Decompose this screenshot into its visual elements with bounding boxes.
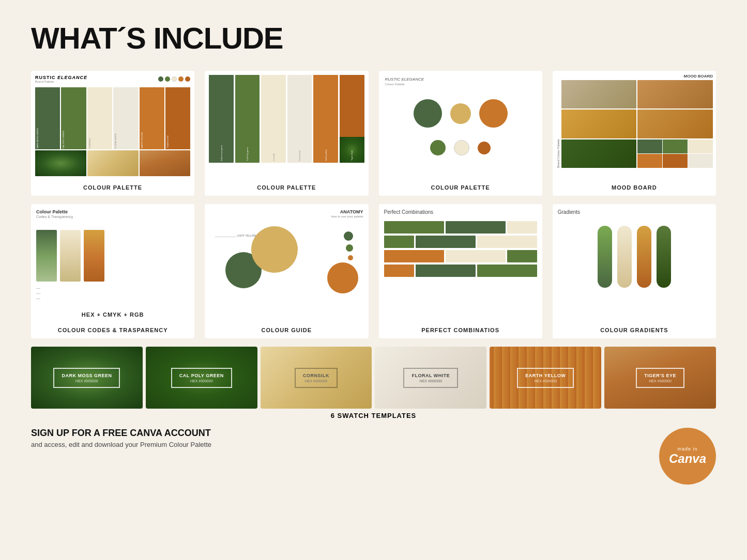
pc-title: Perfect Combinations [384, 209, 537, 215]
circle-mid-green [430, 140, 446, 155]
swatch-template-tigers: TIGER'S EYE HEX #000000 [604, 347, 716, 409]
grad-bar-creams [60, 230, 81, 282]
footer-cta-sub: and access, edit and download your Premi… [31, 441, 211, 448]
cc-hex-label: HEX + CMYK + RGB [31, 309, 194, 323]
card6-label: COLOUR GUIDE [205, 323, 368, 338]
pal2-dark-moss: Dark moss green [209, 75, 234, 163]
page-title: WHAT´S INCLUDE [31, 21, 716, 55]
dot3 [172, 76, 177, 82]
swatch-earth: EARTH YELLOW [140, 87, 164, 149]
pal2-tigers: Tiger's Eye [340, 75, 364, 163]
card4-label: MOOD BOARD [553, 180, 716, 196]
swatch-template-floral: FLORAL WHITE HEX #000000 [375, 347, 486, 409]
card-perfect-comb: Perfect Combinations [379, 204, 542, 338]
grad-pill2 [617, 226, 632, 288]
circle-cream [454, 140, 469, 155]
swatch-hex-cal-poly: HEX #000000 [179, 379, 224, 383]
section2-grid: Colour Palette Codes & Transparency — — … [31, 204, 716, 338]
cc-subtitle: Codes & Transparency [36, 215, 189, 219]
card-guide: ANATOMY how to use your palette LIGHT YE… [205, 204, 368, 338]
card-gradients: Gradients COLOUR GRADIENTS [553, 204, 716, 338]
card5-label: COLOUR CODES & TRASPARENCY [31, 323, 194, 338]
circle-dark-green [414, 99, 442, 128]
pal2-cornsilk: Cornsilk [261, 75, 286, 163]
swatch-label-cal-poly: CAL POLY GREEN [179, 373, 224, 378]
grad-pill3 [637, 226, 651, 288]
guide-line1 [215, 237, 236, 237]
guide-subtitle: how to use your palette [210, 215, 363, 218]
section1-grid: RUSTIC ELEGANCE Brand Palette DARK MOSS … [31, 71, 716, 196]
swatch-label-tigers: TIGER'S EYE [644, 373, 676, 378]
pc-swatch2a [384, 236, 414, 248]
card2-label: COLOUR PALETTE [205, 180, 368, 196]
pc-swatch3b [446, 250, 506, 262]
swatch-tigers: TIGER'S EYE [165, 87, 190, 149]
swatch-template-earth: EARTH YELLOW HEX #000000 [490, 347, 601, 409]
pc-swatch4a [384, 265, 414, 277]
guide-text1: LIGHT YELLOW [237, 234, 256, 237]
card-palette3: RUSTIC ELEGANCE Colour Palette COLOUR PA… [379, 71, 542, 196]
circle-tigers-sm [478, 142, 491, 154]
pc-swatch3c [507, 250, 537, 262]
circle-tan [450, 103, 471, 124]
pal2-cal-poly: Cal Poly green [235, 75, 260, 163]
guide-title: ANATOMY [210, 209, 363, 214]
swatch-template-cornsilk: CORNSILK HEX #000000 [261, 347, 372, 409]
swatch-hex-tigers: HEX #000000 [644, 379, 676, 383]
grad-pill1 [598, 226, 612, 288]
dot2 [165, 76, 170, 82]
pal2-floral: Floral white [287, 75, 312, 163]
swatch-cornsilk: CORNSILK [87, 87, 112, 149]
nature-img2 [87, 150, 139, 176]
footer-cta-title: SIGN UP FOR A FREE CANVA ACCOUNT [31, 428, 211, 439]
swatch-cal-poly: CAL POLY GREEN [61, 87, 86, 149]
guide-circle2 [251, 226, 298, 273]
mb-cell3 [561, 110, 637, 138]
card7-label: PERFECT COMBINATIOS [379, 323, 542, 338]
swatch-template-dark-moss: DARK MOSS GREEN HEX #000000 [31, 347, 143, 409]
mb-vert-label: Brand Colour Palette [556, 80, 560, 168]
palette1-subtitle: Brand Palette [35, 80, 87, 83]
card1-label: COLOUR PALETTE [31, 180, 194, 196]
pc-swatch2c [477, 236, 537, 248]
swatch-template-row: DARK MOSS GREEN HEX #000000 CAL POLY GRE… [31, 347, 716, 409]
nature-img3 [140, 150, 191, 176]
swatch-hex-floral: HEX #000000 [411, 379, 450, 383]
cc-title: Colour Palette [36, 209, 189, 214]
guide-circle-sm3 [348, 255, 353, 260]
swatch-label-earth: EARTH YELLOW [525, 373, 566, 378]
pal3-sub: Colour Palette [385, 83, 536, 86]
pal2-earth: Earth yellow [313, 75, 338, 163]
circle-rust [479, 99, 508, 128]
swatch-hex-earth: HEX #000000 [525, 379, 566, 383]
mb-cell6 [637, 139, 713, 168]
badge-made-in: made in [677, 446, 697, 452]
swatch-floral: FLORAL WHITE [113, 87, 138, 149]
card-palette1: RUSTIC ELEGANCE Brand Palette DARK MOSS … [31, 71, 194, 196]
pal3-brand: RUSTIC ELEGANCE [385, 77, 536, 82]
footer-text: SIGN UP FOR A FREE CANVA ACCOUNT and acc… [31, 428, 211, 448]
swatch-templates-section: DARK MOSS GREEN HEX #000000 CAL POLY GRE… [31, 347, 716, 419]
swatch-hex-dark-moss: HEX #000000 [62, 379, 112, 383]
guide-circle3 [327, 262, 358, 293]
dot4 [178, 76, 184, 82]
swatch-section-label: 6 SWATCH TEMPLATES [31, 412, 716, 419]
grad-bar-greens [36, 230, 57, 282]
pc-swatch2b [416, 236, 476, 248]
canva-badge: made in Canva [659, 428, 716, 485]
mb-cell1 [561, 80, 637, 108]
mb-cell4 [637, 110, 713, 138]
pc-swatch1b [446, 221, 506, 234]
swatch-label-cornsilk: CORNSILK [303, 373, 329, 378]
dot1 [158, 76, 163, 82]
mb-cell2 [637, 80, 713, 108]
swatch-dark-moss: DARK MOSS GREEN [35, 87, 60, 149]
dot5 [185, 76, 190, 82]
footer: SIGN UP FOR A FREE CANVA ACCOUNT and acc… [31, 428, 716, 485]
card8-label: COLOUR GRADIENTS [553, 323, 716, 338]
pc-swatch1a [384, 221, 444, 234]
pc-swatch3a [384, 250, 444, 262]
moodboard-title: MOOD BOARD [556, 74, 713, 79]
swatch-label-dark-moss: DARK MOSS GREEN [62, 373, 112, 378]
palette1-brand: RUSTIC ELEGANCE [35, 75, 87, 80]
